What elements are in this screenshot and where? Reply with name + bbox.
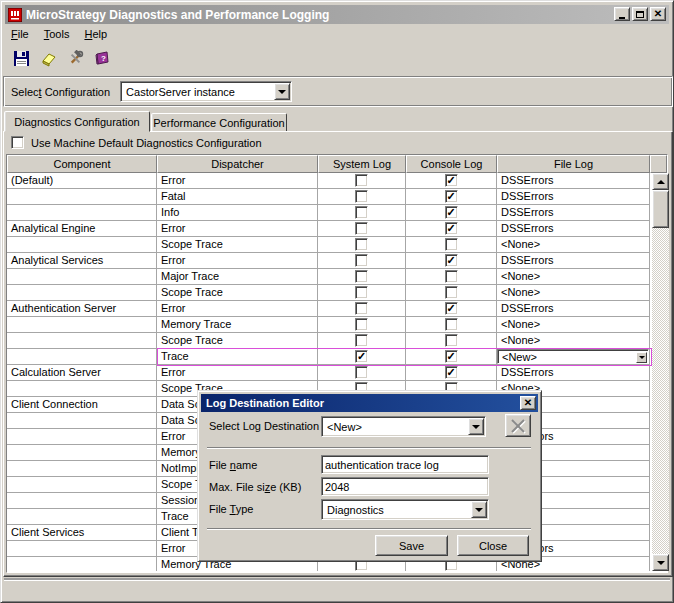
minimize-button[interactable] [614, 7, 630, 21]
component-cell [7, 509, 157, 524]
console-log-checkbox[interactable]: ✓ [445, 350, 458, 363]
table-row: Scope Trace<None> [7, 333, 650, 349]
system-log-checkbox[interactable] [355, 174, 368, 187]
system-log-cell [318, 189, 406, 204]
maximize-button[interactable] [632, 7, 648, 21]
system-log-checkbox[interactable] [355, 318, 368, 331]
close-button[interactable]: Close [457, 535, 529, 556]
delete-icon-disabled [509, 418, 527, 434]
log-destination-dropdown-button[interactable] [468, 418, 484, 435]
file-log-cell[interactable]: <New> [497, 349, 650, 364]
system-log-checkbox[interactable]: ✓ [355, 350, 368, 363]
log-destination-combobox[interactable]: <New> [321, 416, 486, 437]
component-cell [7, 429, 157, 444]
file-log-cell[interactable]: DSSErrors [497, 221, 650, 236]
help-button[interactable]: ? [90, 47, 114, 71]
vertical-scrollbar[interactable] [652, 173, 669, 571]
scrollbar-thumb[interactable] [652, 190, 669, 228]
console-log-checkbox[interactable]: ✓ [445, 222, 458, 235]
file-log-cell[interactable]: DSSErrors [497, 189, 650, 204]
erase-button[interactable] [36, 47, 60, 71]
file-log-cell[interactable]: DSSErrors [497, 173, 650, 188]
system-log-cell [318, 173, 406, 188]
dialog-close-button[interactable]: ✕ [520, 396, 536, 410]
system-log-checkbox[interactable] [355, 302, 368, 315]
save-button[interactable] [9, 47, 33, 71]
system-log-checkbox[interactable] [355, 270, 368, 283]
configuration-dropdown-button[interactable] [274, 83, 290, 100]
system-log-checkbox[interactable] [355, 334, 368, 347]
console-log-checkbox[interactable] [445, 270, 458, 283]
table-row: Fatal✓DSSErrors [7, 189, 650, 205]
file-log-cell[interactable]: DSSErrors [497, 365, 650, 380]
configuration-combobox[interactable]: CastorServer instance [120, 81, 292, 102]
config-strip: Select Configuration CastorServer instan… [3, 76, 673, 107]
system-log-checkbox[interactable] [355, 366, 368, 379]
delete-destination-button[interactable] [505, 414, 531, 437]
dispatcher-cell: Major Trace [157, 269, 318, 284]
menu-help[interactable]: Help [78, 26, 116, 44]
system-log-checkbox[interactable] [355, 190, 368, 203]
file-log-cell[interactable]: <None> [497, 333, 650, 348]
file-log-cell[interactable]: DSSErrors [497, 301, 650, 316]
tab-performance-configuration[interactable]: Performance Configuration [151, 113, 287, 132]
console-log-checkbox[interactable] [445, 286, 458, 299]
console-log-checkbox[interactable]: ✓ [445, 206, 458, 219]
component-cell: Client Connection [7, 397, 157, 412]
file-log-cell[interactable]: <None> [497, 269, 650, 284]
console-log-cell [406, 237, 497, 252]
arrow-down-icon [657, 561, 665, 565]
file-name-input[interactable] [321, 455, 489, 474]
system-log-checkbox[interactable] [355, 286, 368, 299]
component-cell: Analytical Services [7, 253, 157, 268]
console-log-checkbox[interactable]: ✓ [445, 254, 458, 267]
console-log-checkbox[interactable]: ✓ [445, 174, 458, 187]
column-header-dispatcher[interactable]: Dispatcher [157, 155, 318, 173]
file-log-dropdown-button[interactable] [636, 352, 647, 363]
app-icon [8, 8, 22, 22]
component-cell [7, 461, 157, 476]
help-book-icon: ? [94, 50, 111, 67]
system-log-checkbox[interactable] [355, 206, 368, 219]
file-type-dropdown-button[interactable] [471, 501, 487, 518]
dialog-title: Log Destination Editor [206, 397, 324, 409]
scroll-up-button[interactable] [652, 173, 669, 190]
console-log-checkbox[interactable] [445, 238, 458, 251]
system-log-checkbox[interactable] [355, 238, 368, 251]
system-log-checkbox[interactable] [355, 222, 368, 235]
tools-button[interactable] [63, 47, 87, 71]
console-log-checkbox[interactable]: ✓ [445, 190, 458, 203]
max-file-size-input[interactable] [321, 477, 489, 496]
console-log-checkbox[interactable] [445, 318, 458, 331]
machine-default-checkbox[interactable] [11, 136, 24, 149]
table-header-corner [650, 155, 667, 173]
system-log-checkbox[interactable] [355, 254, 368, 267]
column-header-component[interactable]: Component [7, 155, 157, 173]
file-log-cell[interactable]: <None> [497, 285, 650, 300]
file-log-cell[interactable]: DSSErrors [497, 205, 650, 220]
scroll-down-button[interactable] [652, 554, 669, 571]
table-header: Component Dispatcher System Log Console … [7, 155, 667, 173]
file-log-cell[interactable]: <None> [497, 237, 650, 252]
system-log-cell [318, 301, 406, 316]
console-log-checkbox[interactable]: ✓ [445, 366, 458, 379]
close-button[interactable]: ✕ [650, 7, 666, 21]
column-header-file-log[interactable]: File Log [497, 155, 650, 173]
tab-diagnostics-configuration[interactable]: Diagnostics Configuration [4, 111, 150, 132]
file-log-cell[interactable]: <None> [497, 317, 650, 332]
console-log-checkbox[interactable] [445, 334, 458, 347]
column-header-system-log[interactable]: System Log [318, 155, 406, 173]
console-log-checkbox[interactable]: ✓ [445, 302, 458, 315]
menu-file[interactable]: File [5, 26, 38, 44]
dispatcher-cell: Error [157, 253, 318, 268]
file-log-combobox[interactable]: <New> [497, 349, 649, 364]
system-log-cell [318, 205, 406, 220]
table-row: Calculation ServerError✓DSSErrors [7, 365, 650, 381]
component-cell: Authentication Server [7, 301, 157, 316]
menu-tools[interactable]: Tools [38, 26, 79, 44]
column-header-console-log[interactable]: Console Log [406, 155, 497, 173]
file-log-cell[interactable]: DSSErrors [497, 253, 650, 268]
save-button[interactable]: Save [375, 535, 448, 556]
window-titlebar: MicroStrategy Diagnostics and Performanc… [5, 5, 669, 24]
file-type-combobox[interactable]: Diagnostics [321, 499, 489, 520]
